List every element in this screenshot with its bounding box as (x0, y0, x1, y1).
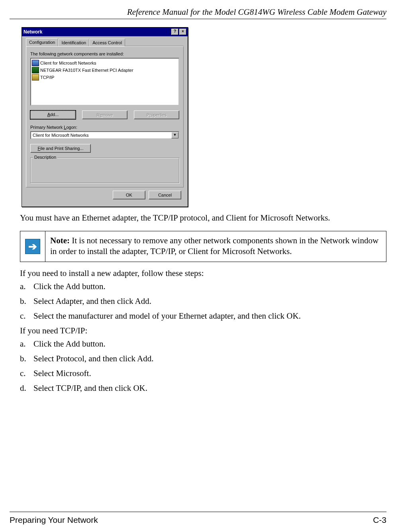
add-underline: A (47, 112, 50, 117)
note-text: Note: It is not necessary to remove any … (45, 231, 386, 262)
arrow-right-icon: ➔ (28, 240, 37, 253)
list-item: a.Click the Add button. (20, 282, 386, 292)
list-item: c.Select the manufacturer and model of y… (20, 311, 386, 321)
tab-identification[interactable]: Identification (58, 39, 89, 46)
list-item: b.Select Adapter, and then click Add. (20, 296, 386, 306)
list-text: Click the Add button. (33, 339, 106, 349)
components-label: The following network components are ins… (30, 51, 179, 56)
components-label-post: etwork components are installed: (60, 51, 124, 56)
footer-page-number: C-3 (373, 515, 386, 525)
note-icon-cell: ➔ (20, 231, 45, 262)
list-item: b.Select Protocol, and then click Add. (20, 354, 386, 364)
add-post: dd... (50, 112, 59, 117)
dialog-title: Network (24, 29, 171, 35)
remove-post: move (102, 112, 113, 117)
list-text: Click the Add button. (33, 282, 106, 292)
intro-paragraph: You must have an Ethernet adapter, the T… (20, 213, 386, 223)
list-item: d.Select TCP/IP, and then click OK. (20, 383, 386, 393)
page-header-title: Reference Manual for the Model CG814WG W… (0, 0, 396, 19)
description-label: Description (33, 155, 57, 160)
adapter-steps-list: a.Click the Add button. b.Select Adapter… (20, 282, 386, 321)
footer-section-title: Preparing Your Network (10, 515, 98, 525)
primary-logon-pre: Primary Network (30, 125, 64, 130)
tab-configuration[interactable]: Configuration (26, 38, 58, 46)
chevron-down-icon[interactable]: ▼ (171, 132, 178, 138)
list-marker: c. (20, 311, 33, 321)
primary-logon-post: ogon: (66, 125, 77, 130)
list-marker: b. (20, 296, 33, 306)
note-box: ➔ Note: It is not necessary to remove an… (20, 231, 386, 262)
add-button[interactable]: Add... (30, 110, 76, 119)
list-marker: a. (20, 339, 33, 349)
list-item-label: NETGEAR FA310TX Fast Ethernet PCI Adapte… (40, 68, 133, 73)
list-item: a.Click the Add button. (20, 339, 386, 349)
list-item: c.Select Microsoft. (20, 368, 386, 378)
list-item-label: TCP/IP (40, 75, 54, 80)
remove-button[interactable]: Remove (82, 110, 127, 119)
adapter-steps-intro: If you need to install a new adapter, fo… (20, 268, 386, 278)
list-item-label: Client for Microsoft Networks (40, 61, 96, 65)
properties-button[interactable]: Properties (134, 110, 179, 119)
tcpip-steps-intro: If you need TCP/IP: (20, 326, 386, 336)
note-body: It is not necessary to remove any other … (50, 236, 378, 256)
list-marker: d. (20, 383, 33, 393)
list-marker: b. (20, 354, 33, 364)
tab-panel-configuration: The following network components are ins… (26, 46, 184, 187)
primary-logon-dropdown[interactable]: Client for Microsoft Networks ▼ (30, 131, 179, 139)
cancel-button[interactable]: Cancel (149, 191, 181, 199)
close-button[interactable]: × (179, 29, 186, 35)
tcpip-steps-list: a.Click the Add button. b.Select Protoco… (20, 339, 386, 393)
list-text: Select Microsoft. (33, 368, 91, 378)
note-bold: Note: (50, 236, 70, 245)
list-text: Select Adapter, and then click Add. (33, 296, 151, 306)
tab-access-control[interactable]: Access Control (89, 39, 125, 46)
tab-strip: Configuration Identification Access Cont… (26, 38, 184, 46)
list-text: Select Protocol, and then click Add. (33, 354, 154, 364)
client-icon (32, 60, 39, 66)
list-item[interactable]: TCP/IP (32, 74, 178, 81)
fps-post: ile and Print Sharing... (40, 146, 83, 151)
properties-post: operties (151, 112, 167, 117)
page-footer: Preparing Your Network C-3 (10, 512, 386, 525)
adapter-icon (32, 67, 39, 73)
note-arrow-icon: ➔ (25, 239, 40, 254)
dialog-footer: OK Cancel (26, 187, 184, 203)
network-dialog-screenshot: Network ? × Configuration Identification… (22, 27, 386, 207)
protocol-icon (32, 74, 39, 81)
footer-rule (10, 512, 386, 512)
components-listbox[interactable]: Client for Microsoft Networks NETGEAR FA… (30, 58, 179, 106)
file-print-sharing-button[interactable]: File and Print Sharing... (30, 144, 91, 153)
list-marker: c. (20, 368, 33, 378)
components-label-pre: The following (30, 51, 57, 56)
primary-logon-label: Primary Network Logon: (30, 125, 179, 130)
list-item[interactable]: NETGEAR FA310TX Fast Ethernet PCI Adapte… (32, 67, 178, 74)
description-groupbox: Description (30, 158, 179, 183)
list-item[interactable]: Client for Microsoft Networks (32, 59, 178, 67)
list-text: Select TCP/IP, and then click OK. (33, 383, 147, 393)
list-marker: a. (20, 282, 33, 292)
ok-button[interactable]: OK (113, 191, 145, 199)
network-dialog: Network ? × Configuration Identification… (22, 27, 188, 207)
primary-logon-value: Client for Microsoft Networks (31, 132, 171, 138)
dialog-titlebar: Network ? × (22, 28, 188, 36)
list-text: Select the manufacturer and model of you… (33, 311, 301, 321)
help-button[interactable]: ? (171, 29, 178, 35)
